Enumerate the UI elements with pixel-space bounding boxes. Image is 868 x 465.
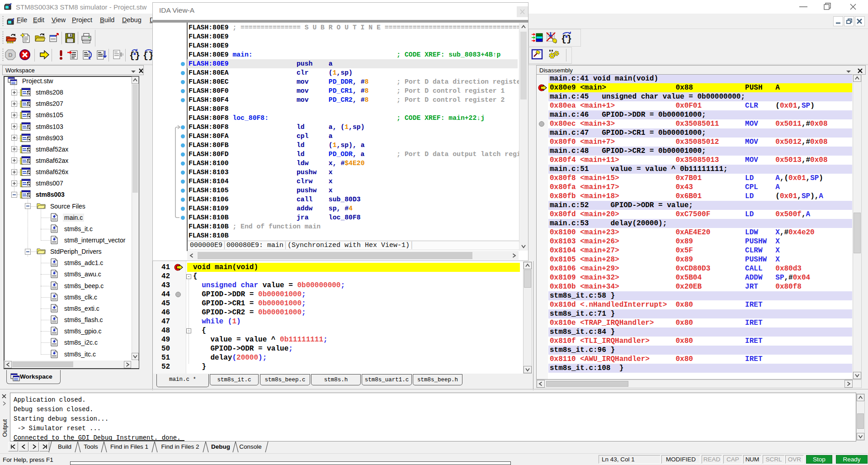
- svg-text:D: D: [8, 52, 12, 58]
- svg-text:{}: {}: [129, 51, 140, 61]
